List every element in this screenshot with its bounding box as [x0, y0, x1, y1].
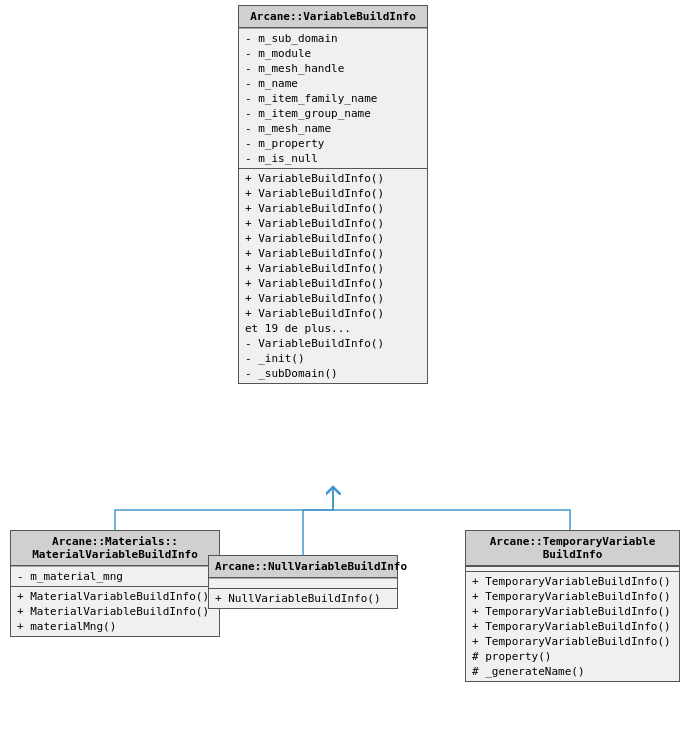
method-temp-vbi-5: + TemporaryVariableBuildInfo(): [472, 634, 673, 649]
method-material-vbi-2: + MaterialVariableBuildInfo(): [17, 604, 213, 619]
method-temp-vbi-4: + TemporaryVariableBuildInfo(): [472, 619, 673, 634]
field-m-module: - m_module: [245, 46, 421, 61]
field-m-name: - m_name: [245, 76, 421, 91]
variable-build-info-fields: - m_sub_domain - m_module - m_mesh_handl…: [239, 28, 427, 168]
diagram-container: Arcane::VariableBuildInfo - m_sub_domain…: [0, 0, 686, 744]
field-m-is-null: - m_is_null: [245, 151, 421, 166]
method-vbi-1: + VariableBuildInfo(): [245, 171, 421, 186]
method-vbi-4: + VariableBuildInfo(): [245, 216, 421, 231]
field-m-mesh-handle: - m_mesh_handle: [245, 61, 421, 76]
method-null-vbi-1: + NullVariableBuildInfo(): [215, 591, 391, 606]
null-vbi-fields: [209, 578, 397, 588]
method-vbi-more: et 19 de plus...: [245, 321, 421, 336]
method-temp-vbi-2: + TemporaryVariableBuildInfo(): [472, 589, 673, 604]
field-m-mesh-name: - m_mesh_name: [245, 121, 421, 136]
method-temp-vbi-1: + TemporaryVariableBuildInfo(): [472, 574, 673, 589]
method-vbi-subdomain: - _subDomain(): [245, 366, 421, 381]
method-vbi-2: + VariableBuildInfo(): [245, 186, 421, 201]
class-variable-build-info-title: Arcane::VariableBuildInfo: [239, 6, 427, 28]
class-temporary-variable-build-info: Arcane::TemporaryVariableBuildInfo + Tem…: [465, 530, 680, 682]
method-vbi-8: + VariableBuildInfo(): [245, 276, 421, 291]
method-vbi-10: + VariableBuildInfo(): [245, 306, 421, 321]
material-vbi-fields: - m_material_mng: [11, 566, 219, 586]
method-temp-vbi-generate-name: # _generateName(): [472, 664, 673, 679]
method-vbi-9: + VariableBuildInfo(): [245, 291, 421, 306]
field-m-item-group-name: - m_item_group_name: [245, 106, 421, 121]
field-m-material-mng: - m_material_mng: [17, 569, 213, 584]
method-material-mng: + materialMng(): [17, 619, 213, 634]
field-m-property: - m_property: [245, 136, 421, 151]
class-material-variable-build-info: Arcane::Materials::MaterialVariableBuild…: [10, 530, 220, 637]
method-vbi-init: - _init(): [245, 351, 421, 366]
class-material-variable-build-info-title: Arcane::Materials::MaterialVariableBuild…: [11, 531, 219, 566]
variable-build-info-methods: + VariableBuildInfo() + VariableBuildInf…: [239, 168, 427, 383]
method-vbi-6: + VariableBuildInfo(): [245, 246, 421, 261]
field-m-item-family-name: - m_item_family_name: [245, 91, 421, 106]
method-material-vbi-1: + MaterialVariableBuildInfo(): [17, 589, 213, 604]
method-vbi-3: + VariableBuildInfo(): [245, 201, 421, 216]
material-vbi-methods: + MaterialVariableBuildInfo() + Material…: [11, 586, 219, 636]
method-vbi-7: + VariableBuildInfo(): [245, 261, 421, 276]
class-temporary-variable-build-info-title: Arcane::TemporaryVariableBuildInfo: [466, 531, 679, 566]
temp-vbi-methods: + TemporaryVariableBuildInfo() + Tempora…: [466, 571, 679, 681]
class-null-variable-build-info-title: Arcane::NullVariableBuildInfo: [209, 556, 397, 578]
method-vbi-5: + VariableBuildInfo(): [245, 231, 421, 246]
method-temp-vbi-3: + TemporaryVariableBuildInfo(): [472, 604, 673, 619]
null-vbi-methods: + NullVariableBuildInfo(): [209, 588, 397, 608]
field-m-sub-domain: - m_sub_domain: [245, 31, 421, 46]
class-variable-build-info: Arcane::VariableBuildInfo - m_sub_domain…: [238, 5, 428, 384]
method-temp-vbi-property: # property(): [472, 649, 673, 664]
class-null-variable-build-info: Arcane::NullVariableBuildInfo + NullVari…: [208, 555, 398, 609]
method-vbi-private-1: - VariableBuildInfo(): [245, 336, 421, 351]
